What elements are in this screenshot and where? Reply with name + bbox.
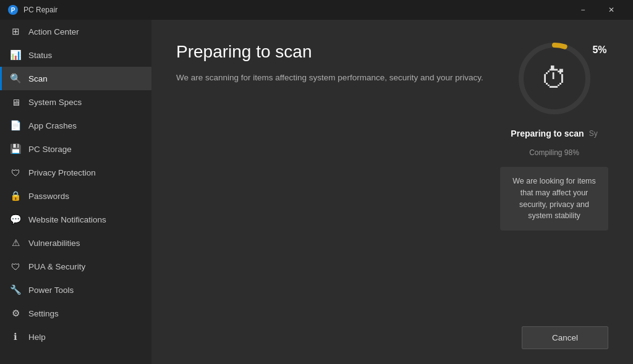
scan-label: Scan <box>28 74 48 83</box>
status-label: Status <box>28 51 52 60</box>
pua-security-label: PUA & Security <box>28 262 85 271</box>
settings-label: Settings <box>28 309 59 318</box>
sidebar-item-scan[interactable]: 🔍Scan <box>0 67 151 90</box>
privacy-protection-icon: 🛡 <box>10 167 21 178</box>
sidebar-item-privacy-protection[interactable]: 🛡Privacy Protection <box>0 161 151 184</box>
vulnerabilities-icon: ⚠ <box>10 237 21 248</box>
passwords-label: Passwords <box>28 192 69 201</box>
svg-text:P: P <box>11 7 15 14</box>
scan-status-label: Preparing to scan <box>511 129 584 138</box>
sidebar-item-website-notifications[interactable]: 💬Website Notifications <box>0 208 151 231</box>
sidebar-item-action-center[interactable]: ⊞Action Center <box>0 20 151 43</box>
minimize-button[interactable]: − <box>569 0 597 20</box>
app-title: PC Repair <box>23 6 569 14</box>
app-crashes-label: App Crashes <box>28 121 77 130</box>
website-notifications-icon: 💬 <box>10 214 21 225</box>
website-notifications-label: Website Notifications <box>28 215 106 224</box>
power-tools-label: Power Tools <box>28 286 74 295</box>
sidebar: ⊞Action Center📊Status🔍Scan🖥System Specs📄… <box>0 20 151 364</box>
main-content: Preparing to scan We are scanning for it… <box>151 20 633 364</box>
action-center-icon: ⊞ <box>10 26 21 37</box>
sidebar-item-passwords[interactable]: 🔒Passwords <box>0 184 151 208</box>
status-icon: 📊 <box>10 49 21 61</box>
page-subtitle: We are scanning for items affecting syst… <box>176 72 485 84</box>
pua-security-icon: 🛡 <box>10 261 21 272</box>
title-bar: P PC Repair − ✕ <box>0 0 633 20</box>
compiling-text: Compiling 98% <box>529 148 579 157</box>
system-specs-icon: 🖥 <box>10 96 21 108</box>
help-label: Help <box>28 332 46 342</box>
circular-progress: ⏱ 5% <box>514 38 595 119</box>
help-icon: ℹ <box>10 331 21 342</box>
sidebar-item-app-crashes[interactable]: 📄App Crashes <box>0 114 151 137</box>
sidebar-item-status[interactable]: 📊Status <box>0 43 151 67</box>
window-controls: − ✕ <box>569 0 626 20</box>
info-box: We are looking for items that may affect… <box>500 167 608 231</box>
pc-storage-label: PC Storage <box>28 145 72 154</box>
sidebar-item-pua-security[interactable]: 🛡PUA & Security <box>0 255 151 278</box>
cancel-btn-area: Cancel <box>522 326 608 349</box>
app-layout: ⊞Action Center📊Status🔍Scan🖥System Specs📄… <box>0 20 633 364</box>
pc-storage-icon: 💾 <box>10 143 21 154</box>
cancel-button[interactable]: Cancel <box>522 326 608 349</box>
app-crashes-icon: 📄 <box>10 120 21 131</box>
scan-status-partial: Sy <box>589 129 598 138</box>
sidebar-item-vulnerabilities[interactable]: ⚠Vulnerabilities <box>0 231 151 255</box>
vulnerabilities-label: Vulnerabilities <box>28 239 80 248</box>
scan-status-row: Preparing to scan Sy <box>511 129 597 138</box>
power-tools-icon: 🔧 <box>10 284 21 295</box>
percent-label: 5% <box>592 44 606 56</box>
settings-icon: ⚙ <box>10 308 21 319</box>
close-button[interactable]: ✕ <box>597 0 626 20</box>
clock-icon: ⏱ <box>541 63 568 94</box>
app-logo: P <box>7 4 19 15</box>
sidebar-item-settings[interactable]: ⚙Settings <box>0 302 151 325</box>
sidebar-item-power-tools[interactable]: 🔧Power Tools <box>0 278 151 302</box>
scan-icon: 🔍 <box>10 73 21 84</box>
sidebar-item-help[interactable]: ℹHelp <box>0 325 151 349</box>
action-center-label: Action Center <box>28 27 79 36</box>
sidebar-item-pc-storage[interactable]: 💾PC Storage <box>0 137 151 161</box>
passwords-icon: 🔒 <box>10 190 21 201</box>
sidebar-item-system-specs[interactable]: 🖥System Specs <box>0 90 151 114</box>
scan-visual: ⏱ 5% Preparing to scan Sy Compiling 98% … <box>500 38 608 231</box>
system-specs-label: System Specs <box>28 98 82 107</box>
privacy-protection-label: Privacy Protection <box>28 168 96 177</box>
